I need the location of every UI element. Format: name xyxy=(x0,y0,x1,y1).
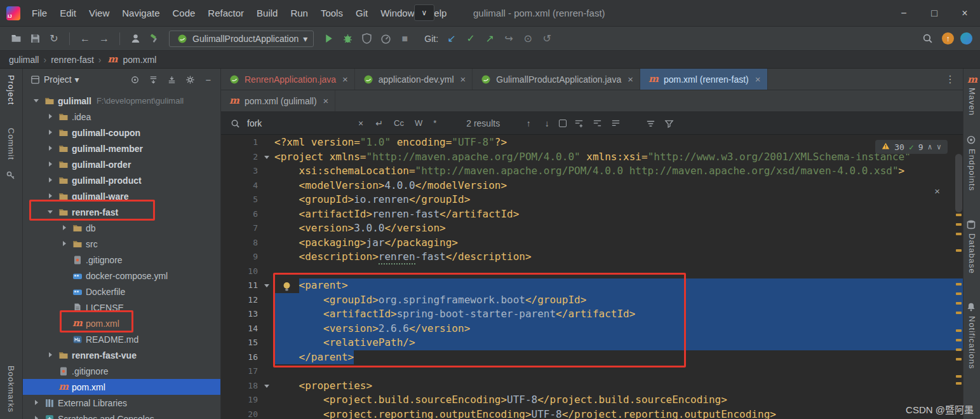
tool-stripe-database[interactable]: Database xyxy=(967,233,977,274)
git-commit-icon[interactable]: ✓ xyxy=(462,31,479,47)
git-update-icon[interactable]: ↙ xyxy=(443,31,460,47)
git-merge-icon[interactable]: ↪ xyxy=(500,31,517,47)
tab-renrenapplication-java[interactable]: RenrenApplication.java× xyxy=(221,69,355,90)
save-all-icon[interactable] xyxy=(27,31,43,47)
forward-icon[interactable]: → xyxy=(96,31,112,47)
code-line[interactable]: 14 <version>2.6.6</version> xyxy=(221,322,963,336)
database-icon[interactable] xyxy=(966,219,977,231)
tree-item-gulimall-order[interactable]: gulimall-order xyxy=(23,156,220,172)
tree-item-src[interactable]: src xyxy=(23,236,220,252)
chevron-right-icon[interactable] xyxy=(60,220,70,236)
menu-file[interactable]: File xyxy=(25,0,53,27)
menu-build[interactable]: Build xyxy=(250,0,284,27)
code-line[interactable]: 5 <groupId>io.renren</groupId> xyxy=(221,193,963,207)
tab-close-icon[interactable]: × xyxy=(460,74,466,85)
tab-pom-xml-gulimall-[interactable]: mpom.xml (gulimall)× xyxy=(221,90,335,111)
chevron-right-icon[interactable] xyxy=(46,109,57,125)
git-push-icon[interactable]: ↗ xyxy=(481,31,498,47)
code-line[interactable]: 3 xsi:schemaLocation="http://maven.apach… xyxy=(221,164,963,179)
warning-stripe-mark[interactable] xyxy=(956,382,962,385)
previous-problem-icon[interactable]: ∧ xyxy=(928,142,932,151)
tab-close-icon[interactable]: × xyxy=(342,74,348,85)
chevron-right-icon[interactable] xyxy=(46,156,57,172)
tab-options-kebab-icon[interactable]: ⋮ xyxy=(937,69,963,90)
tab-pom-xml-renren-fast-[interactable]: mpom.xml (renren-fast)× xyxy=(640,69,768,90)
warning-stripe-mark[interactable] xyxy=(956,329,962,332)
menu-navigate[interactable]: Navigate xyxy=(116,0,166,27)
code-line[interactable]: 12 <groupId>org.springframework.boot</gr… xyxy=(221,293,963,308)
tab-close-icon[interactable]: × xyxy=(628,74,633,85)
filter-funnel-icon[interactable] xyxy=(662,118,675,128)
breadcrumb-renren-fast[interactable]: renren-fast xyxy=(51,55,94,65)
project-panel-title[interactable]: Project xyxy=(44,74,72,85)
clear-search-icon[interactable]: × xyxy=(354,118,367,128)
code-with-me-icon[interactable] xyxy=(960,32,972,45)
next-occurrence-icon[interactable]: ↓ xyxy=(540,118,553,128)
chevron-right-icon[interactable] xyxy=(32,411,43,419)
coverage-icon[interactable] xyxy=(358,31,375,47)
tool-stripe-bookmarks[interactable]: Bookmarks xyxy=(6,366,16,413)
expand-all-icon[interactable] xyxy=(147,74,159,85)
tool-stripe-maven[interactable]: Maven xyxy=(967,88,977,116)
hide-panel-icon[interactable]: − xyxy=(203,74,214,85)
tree-item-gulimall[interactable]: gulimallF:\development\gulimall xyxy=(23,93,220,109)
maven-tool-icon[interactable]: m xyxy=(967,74,978,85)
words-toggle[interactable]: W xyxy=(412,118,425,128)
chevron-down-icon[interactable] xyxy=(46,204,57,220)
search-everywhere-icon[interactable] xyxy=(919,31,936,47)
inspections-widget[interactable]: 30 ✓ 9 ∧ ∨ xyxy=(875,140,948,154)
error-stripe-scrollbar[interactable] xyxy=(954,135,963,419)
ide-update-icon[interactable]: ↑ xyxy=(942,32,954,45)
regex-toggle[interactable]: * xyxy=(431,118,439,128)
sync-icon[interactable]: ↻ xyxy=(46,31,62,47)
tree-item-renren-fast[interactable]: renren-fast xyxy=(23,204,220,220)
fold-icon[interactable] xyxy=(262,278,274,293)
warning-stripe-mark[interactable] xyxy=(956,249,962,252)
search-input[interactable]: fork xyxy=(247,118,349,128)
settings-gear-icon[interactable] xyxy=(184,74,196,85)
code-line[interactable]: 4 <modelVersion>4.0.0</modelVersion> xyxy=(221,179,963,193)
tool-stripe-notifications[interactable]: Notifications xyxy=(967,316,977,369)
warning-stripe-mark[interactable] xyxy=(956,375,962,378)
tree-item-.gitignore[interactable]: .gitignore xyxy=(23,363,220,379)
code-line[interactable]: 8 <packaging>jar</packaging> xyxy=(221,236,963,251)
warning-stripe-mark[interactable] xyxy=(956,223,962,226)
git-history-icon[interactable]: ⊙ xyxy=(520,31,536,47)
code-line[interactable]: 6 <artifactId>renren-fast</artifactId> xyxy=(221,207,963,222)
code-line[interactable]: 13 <artifactId>spring-boot-starter-paren… xyxy=(221,307,963,322)
menu-view[interactable]: View xyxy=(83,0,116,27)
newline-icon[interactable]: ↵ xyxy=(373,118,386,128)
tree-item-Dockerfile[interactable]: Dockerfile xyxy=(23,284,220,299)
tab-gulimallproductapplication-java[interactable]: GulimallProductApplication.java× xyxy=(473,69,640,90)
code-line[interactable]: 2<project xmlns="http://maven.apache.org… xyxy=(221,150,963,165)
warning-stripe-mark[interactable] xyxy=(956,233,962,235)
fold-icon[interactable] xyxy=(262,379,274,394)
fold-icon[interactable] xyxy=(262,150,274,165)
tree-item-.idea[interactable]: .idea xyxy=(23,109,220,125)
code-line[interactable]: 9 <description>renren-fast</description> xyxy=(221,250,963,264)
tree-item-pom.xml[interactable]: mpom.xml xyxy=(23,315,220,331)
chevron-down-icon[interactable]: ▾ xyxy=(75,74,79,85)
locate-file-icon[interactable] xyxy=(129,74,140,85)
notifications-bell-icon[interactable] xyxy=(966,302,977,313)
warning-stripe-mark[interactable] xyxy=(956,302,962,305)
tab-close-icon[interactable]: × xyxy=(323,95,329,106)
stop-icon[interactable]: ■ xyxy=(396,31,413,47)
tree-item-gulimall-member[interactable]: gulimall-member xyxy=(23,141,220,156)
remove-occurrence-icon[interactable] xyxy=(591,118,603,128)
menu-run[interactable]: Run xyxy=(284,0,314,27)
chevron-right-icon[interactable] xyxy=(46,125,57,141)
tool-stripe-endpoints[interactable]: Endpoints xyxy=(967,149,977,191)
minimize-button[interactable]: − xyxy=(889,0,919,27)
open-project-icon[interactable] xyxy=(8,31,24,47)
warning-stripe-mark[interactable] xyxy=(956,312,962,314)
profiler-icon[interactable] xyxy=(377,31,394,47)
tree-item-.gitignore[interactable]: .gitignore xyxy=(23,252,220,268)
code-line[interactable]: 20 <project.reporting.outputEncoding>UTF… xyxy=(221,408,963,419)
warning-stripe-mark[interactable] xyxy=(956,292,962,295)
chevron-right-icon[interactable] xyxy=(46,172,57,188)
code-line[interactable]: 18 <properties> xyxy=(221,379,963,394)
run-config-selector[interactable]: GulimallProductApplication ▾ xyxy=(169,31,314,47)
tool-stripe-project[interactable]: Project xyxy=(6,75,16,105)
warning-stripe-mark[interactable] xyxy=(956,358,962,361)
